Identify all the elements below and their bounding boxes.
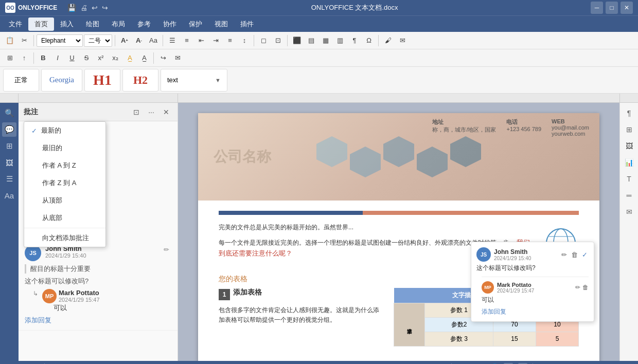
numbering-button[interactable]: ≡ xyxy=(180,34,193,47)
close-comments-button[interactable]: ✕ xyxy=(160,106,172,118)
bold-button[interactable]: B xyxy=(37,51,50,65)
print-icon[interactable]: 🖨 xyxy=(80,4,87,12)
font-case-button[interactable]: Aa xyxy=(147,34,160,47)
style-normal[interactable]: 正常 xyxy=(3,69,39,92)
right-mail-icon[interactable]: ✉ xyxy=(622,205,636,219)
hex-4 xyxy=(417,147,448,177)
menu-draw[interactable]: 绘图 xyxy=(80,17,105,31)
sidebar-search-icon[interactable]: 🔍 xyxy=(2,106,16,120)
align-left-2-button[interactable]: ⬛ xyxy=(290,34,304,47)
move-up-button[interactable]: ↑ xyxy=(17,51,31,65)
ruler-comments-space xyxy=(19,94,178,102)
menu-layout[interactable]: 布局 xyxy=(105,17,131,31)
save-icon[interactable]: 💾 xyxy=(67,4,76,12)
fc-delete-button[interactable]: 🗑 xyxy=(570,250,579,260)
paste-button[interactable]: 📋 xyxy=(3,34,16,47)
format-more-button[interactable]: ⊞ xyxy=(3,51,16,65)
eraser-button[interactable]: ◻ xyxy=(257,34,270,47)
font-grow-button[interactable]: A+ xyxy=(118,34,131,47)
bullets-button[interactable]: ☰ xyxy=(166,34,179,47)
right-table-icon[interactable]: ⊞ xyxy=(622,122,636,137)
align-left-button[interactable]: ≡ xyxy=(223,34,237,47)
font-size-select[interactable]: 二号 xyxy=(84,34,112,47)
fc-answer: 可以 xyxy=(482,296,589,304)
sort-comment-button[interactable]: ··· xyxy=(145,106,157,118)
web-block: WEB you@mail.com yourweb.com xyxy=(552,118,589,137)
style-text[interactable]: text ▼ xyxy=(161,69,227,92)
indent-button[interactable]: ⇥ xyxy=(209,34,222,47)
comment-1-edit-button[interactable]: ✏ xyxy=(162,245,171,254)
sidebar-comments-icon[interactable]: 💬 xyxy=(2,122,16,137)
menu-collaborate[interactable]: 协作 xyxy=(157,17,183,31)
sidebar-nav-icon[interactable]: ☰ xyxy=(2,172,16,186)
style-h2[interactable]: H2 xyxy=(122,69,158,92)
right-header-icon[interactable]: ═ xyxy=(622,188,636,203)
right-text-icon[interactable]: T xyxy=(622,172,636,186)
minimize-button[interactable]: ─ xyxy=(591,2,603,14)
menu-home[interactable]: 首页 xyxy=(28,17,54,31)
font-color-button[interactable]: A̲ xyxy=(137,51,151,65)
sort-author-az[interactable]: 作者 A 到 Z xyxy=(24,157,105,174)
outdent-button[interactable]: ⇤ xyxy=(194,34,208,47)
sort-author-za[interactable]: 作者 Z 到 A xyxy=(24,174,105,192)
sort-newest[interactable]: 最新的 xyxy=(24,122,105,139)
expand-comment-button[interactable]: ⊡ xyxy=(130,106,143,118)
copy-format-button[interactable]: ↪ xyxy=(156,51,170,65)
style-h1[interactable]: H1 xyxy=(84,69,120,92)
left-sidebar: 🔍 💬 ⊞ 🖼 ☰ Aa xyxy=(0,103,19,361)
sort-author-az-label: 作者 A 到 Z xyxy=(42,161,76,170)
fc-main-comment: JS John Smith 2024/1/29 15:40 ✏ 🗑 ✓ 这个标题… xyxy=(476,247,589,272)
company-card: 地址 称，商，城市/地区，国家 电话 +123 456 789 WEB you@… xyxy=(432,118,589,137)
subscript-button[interactable]: x₂ xyxy=(109,51,122,65)
menu-protect[interactable]: 保护 xyxy=(183,17,208,31)
paragraph-button[interactable]: ¶ xyxy=(348,34,361,47)
style-dropdown-button[interactable]: ⊡ xyxy=(271,34,285,47)
fc-confirm-button[interactable]: ✓ xyxy=(581,250,589,260)
right-chart-icon[interactable]: 📊 xyxy=(622,155,636,170)
font-family-select[interactable]: Elephant xyxy=(37,34,83,47)
copy-style-button[interactable]: 🖌 xyxy=(381,34,395,47)
underline-button[interactable]: U xyxy=(65,51,79,65)
right-image-icon[interactable]: 🖼 xyxy=(622,139,636,153)
table-desc-col: 述描字文 xyxy=(394,303,425,346)
sidebar-spell-icon[interactable]: Aa xyxy=(2,188,16,203)
add-reply-link-1[interactable]: 添加回复 xyxy=(25,316,171,325)
document-area[interactable]: 公司名称 地址 称，商，城市/地区，国家 电话 +123 456 789 WEB… xyxy=(178,103,619,361)
fc-add-reply-link[interactable]: 添加回复 xyxy=(482,308,506,315)
menu-plugins[interactable]: 插件 xyxy=(234,17,260,31)
highlight-button[interactable]: A̲ xyxy=(123,51,136,65)
sort-top[interactable]: 从顶部 xyxy=(24,192,105,209)
menu-view[interactable]: 视图 xyxy=(208,17,234,31)
redo-icon[interactable]: ↪ xyxy=(102,4,108,12)
menu-references[interactable]: 参考 xyxy=(131,17,157,31)
add-doc-comment[interactable]: 向文档添加批注 xyxy=(24,229,105,247)
cut-button[interactable]: ✂ xyxy=(17,34,31,47)
maximize-button[interactable]: □ xyxy=(606,2,618,14)
menu-insert[interactable]: 插入 xyxy=(54,17,80,31)
undo-icon[interactable]: ↩ xyxy=(92,4,98,12)
strikethrough-button[interactable]: S xyxy=(80,51,93,65)
right-paragraph-icon[interactable]: ¶ xyxy=(622,106,636,120)
right-panel: ¶ ⊞ 🖼 📊 T ═ ✉ xyxy=(619,103,638,361)
sort-bottom[interactable]: 从底部 xyxy=(24,209,105,227)
font-shrink-button[interactable]: A- xyxy=(132,34,146,47)
align-right-button[interactable]: ▦ xyxy=(319,34,332,47)
mail-merge-button[interactable]: ✉ xyxy=(396,34,409,47)
fc-edit-button[interactable]: ✏ xyxy=(560,250,568,260)
sidebar-table-icon[interactable]: ⊞ xyxy=(2,139,16,153)
close-button[interactable]: ✕ xyxy=(621,2,633,14)
sidebar-image-icon[interactable]: 🖼 xyxy=(2,155,16,170)
italic-button[interactable]: I xyxy=(51,51,64,65)
comments-panel: 批注 ⊡ ··· ✕ 最新的 最旧的 作者 A 到 Z 作者 Z 到 A 从顶部 xyxy=(19,103,178,361)
menu-file[interactable]: 文件 xyxy=(3,17,28,31)
special-char-button[interactable]: Ω xyxy=(362,34,376,47)
sort-oldest[interactable]: 最旧的 xyxy=(24,139,105,157)
fc-reply-edit-button[interactable]: ✏ xyxy=(575,284,580,291)
fc-reply-delete-button[interactable]: 🗑 xyxy=(582,284,589,291)
style-georgia[interactable]: Georgia xyxy=(41,69,82,92)
line-spacing-button[interactable]: ↕ xyxy=(238,34,251,47)
superscript-button[interactable]: x² xyxy=(94,51,108,65)
justify-button[interactable]: ▥ xyxy=(333,34,347,47)
paste-special-button[interactable]: ✉ xyxy=(171,51,184,65)
align-center-button[interactable]: ▤ xyxy=(305,34,318,47)
